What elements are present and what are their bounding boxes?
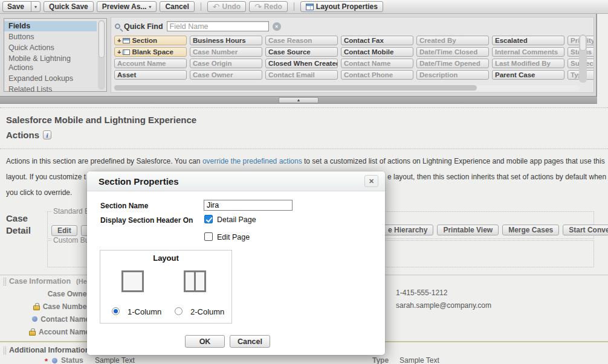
palette-vertical-scrollbar-thumb[interactable] [580, 35, 586, 51]
section-name-input[interactable] [204, 200, 293, 211]
palette-item-date-time-opened[interactable]: Date/Time Opened [416, 59, 489, 68]
palette-item-created-by[interactable]: Created By [416, 36, 489, 45]
palette-item-last-modified-by[interactable]: Last Modified By [492, 59, 564, 68]
two-column-radio-label: 2-Column [190, 307, 224, 316]
button-start-conversation[interactable]: Start Conversation [563, 225, 608, 235]
section-name-label: Section Name [100, 202, 148, 210]
palette-item-contact-fax[interactable]: Contact Fax [341, 36, 413, 45]
status-field-label: Status [61, 356, 83, 364]
override-actions-link[interactable]: override the predefined actions [202, 157, 302, 165]
lock-icon [29, 331, 36, 336]
ok-button[interactable]: OK [185, 335, 225, 348]
palette-item-business-hours[interactable]: Business Hours [190, 36, 262, 45]
palette-item-section[interactable]: +Section [114, 36, 187, 45]
sidebar-scrollbar[interactable] [98, 20, 105, 90]
redo-label: Redo [264, 2, 282, 11]
section-properties-dialog: Section Properties ✕ Section Name Displa… [87, 171, 385, 355]
one-column-radio[interactable] [112, 307, 120, 315]
additional-information-row: * Status Sample Text Type Sample Text [0, 356, 608, 364]
palette-item-case-owner[interactable]: Case Owner [190, 70, 262, 80]
palette-item-label: Business Hours [193, 36, 246, 45]
palette-item-label: Case Source [268, 48, 311, 56]
palette-item-description[interactable]: Description [416, 70, 489, 80]
preview-as-button[interactable]: Preview As... ▾ [97, 1, 157, 12]
button-merge-cases[interactable]: Merge Cases [502, 225, 559, 235]
button-e-hierarchy[interactable]: e Hierarchy [382, 225, 433, 235]
layout-properties-button[interactable]: Layout Properties [300, 1, 383, 12]
palette-item-asset[interactable]: Asset [114, 70, 187, 80]
cancel-button[interactable]: Cancel [160, 1, 194, 12]
sidebar-scrollbar-thumb[interactable] [99, 21, 105, 58]
palette-item-contact-name[interactable]: Contact Name [341, 59, 413, 68]
sidebar-item-expanded-lookups[interactable]: Expanded Lookups [4, 74, 97, 84]
palette-item-parent-case[interactable]: Parent Case [492, 70, 564, 80]
type-field-value: Sample Text [399, 356, 439, 364]
field-label: Contact Name [40, 315, 89, 324]
sidebar-item-related-lists[interactable]: Related Lists [4, 85, 97, 95]
edit-page-checkbox[interactable] [204, 232, 213, 241]
field-dot-icon [52, 358, 57, 363]
palette-item-label: Parent Case [495, 71, 535, 79]
palette-item-contact-mobile[interactable]: Contact Mobile [341, 47, 413, 57]
palette-item-contact-email[interactable]: Contact Email [265, 70, 338, 80]
palette-item-closed-when-created[interactable]: Closed When Created [265, 59, 338, 68]
toolbar-separator [201, 2, 201, 11]
palette-item-escalated[interactable]: Escalated [492, 36, 564, 45]
palette-item-label: Contact Mobile [344, 48, 393, 56]
actions-heading: Actions [6, 130, 39, 140]
quick-save-button[interactable]: Quick Save [44, 1, 94, 12]
undo-button[interactable]: ↶ Undo [207, 1, 246, 12]
contact-phone-value: 1-415-555-1212 [396, 289, 447, 297]
cancel-label: Cancel [165, 2, 189, 11]
sidebar-item-buttons[interactable]: Buttons [4, 32, 97, 42]
palette-item-account-name[interactable]: Account Name [114, 59, 187, 68]
lock-icon [33, 305, 40, 310]
palette-item-label: Case Origin [193, 59, 232, 68]
two-column-radio[interactable] [175, 307, 183, 315]
palette-vertical-scrollbar[interactable] [579, 34, 587, 83]
palette-item-label: Contact Name [344, 59, 390, 68]
palette-item-label: Asset [117, 71, 136, 79]
sidebar-item-fields[interactable]: Fields [4, 21, 97, 31]
palette-horizontal-scrollbar[interactable] [114, 85, 580, 91]
collapse-palette-button[interactable]: ▲ [279, 97, 319, 103]
quick-save-label: Quick Save [49, 2, 88, 11]
redo-icon: ↷ [254, 3, 262, 10]
info-icon[interactable]: i [43, 130, 51, 139]
palette-item-date-time-closed[interactable]: Date/Time Closed [416, 47, 489, 57]
palette-horizontal-scrollbar-thumb[interactable] [114, 85, 477, 91]
save-dropdown-icon[interactable]: ▾ [31, 2, 40, 11]
sidebar-item-quick-actions[interactable]: Quick Actions [4, 43, 97, 53]
detail-buttons-right: e HierarchyPrintable ViewMerge CasesStar… [382, 225, 608, 235]
palette-item-contact-phone[interactable]: Contact Phone [341, 70, 413, 80]
palette-item-label: Date/Time Opened [419, 59, 480, 68]
clear-search-button[interactable]: × [273, 22, 281, 31]
dialog-cancel-button[interactable]: Cancel [230, 335, 270, 348]
button-edit[interactable]: Edit [51, 225, 77, 236]
palette-item-case-source[interactable]: Case Source [265, 47, 338, 57]
description-text: Actions in this section are predefined b… [6, 157, 202, 165]
drag-handle-icon[interactable] [4, 346, 6, 354]
close-icon[interactable]: ✕ [364, 175, 378, 187]
detail-page-checkbox[interactable] [204, 215, 213, 223]
sidebar-item-mobile-lightning-actions[interactable]: Mobile & Lightning Actions [4, 54, 97, 73]
preview-as-label: Preview As... [102, 2, 147, 11]
button-printable-view[interactable]: Printable View [437, 225, 499, 235]
quick-find-label: Quick Find [124, 22, 163, 31]
palette-item-case-number[interactable]: Case Number [190, 47, 262, 57]
redo-button[interactable]: ↷ Redo [249, 1, 288, 12]
palette-item-case-origin[interactable]: Case Origin [190, 59, 262, 68]
palette-item-internal-comments[interactable]: Internal Comments [492, 47, 564, 57]
add-icon: + [117, 48, 121, 56]
case-information-title: Case Information [9, 277, 71, 286]
save-button[interactable]: Save ▾ [2, 1, 40, 12]
blank-icon [123, 49, 130, 55]
palette-item-case-reason[interactable]: Case Reason [265, 36, 338, 45]
palette-item-blank-space[interactable]: +Blank Space [114, 47, 187, 57]
search-icon [115, 24, 120, 29]
contact-email-value: sarah.sample@company.com [396, 301, 491, 310]
field-label: Case Number [43, 302, 89, 311]
drag-handle-icon[interactable] [4, 278, 6, 286]
quick-find-input[interactable] [167, 21, 269, 31]
palette-item-label: Contact Phone [344, 71, 393, 79]
